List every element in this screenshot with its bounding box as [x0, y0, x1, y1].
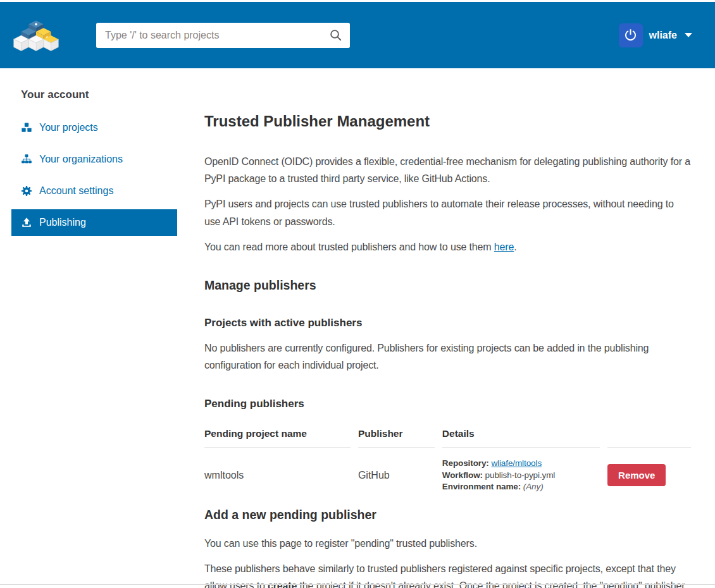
- table-header-row: Pending project name Publisher Details: [204, 420, 691, 448]
- avatar: [619, 23, 643, 47]
- read-more-text: You can read more about trusted publishe…: [204, 242, 494, 252]
- manage-publishers-heading: Manage publishers: [204, 278, 691, 293]
- sidebar-item-label: Your organizations: [39, 154, 123, 165]
- sidebar: Your account Your projects: [0, 68, 177, 241]
- search-button[interactable]: [322, 24, 349, 47]
- upload-icon: [21, 217, 32, 228]
- cell-actions: Remove: [607, 448, 691, 499]
- remove-button[interactable]: Remove: [607, 464, 666, 486]
- intro-paragraph-1: OpenID Connect (OIDC) provides a flexibl…: [204, 153, 691, 187]
- detail-environment: Environment name: (Any): [442, 481, 600, 493]
- cubes-icon: [21, 122, 32, 133]
- column-header-details: Details: [442, 420, 600, 448]
- sidebar-item-your-projects[interactable]: Your projects: [11, 114, 177, 141]
- pending-publishers-heading: Pending publishers: [204, 398, 691, 410]
- detail-workflow: Workflow: publish-to-pypi.yml: [442, 470, 600, 481]
- gear-icon: [21, 185, 32, 197]
- sidebar-nav: Your projects: [11, 114, 177, 236]
- sidebar-item-label: Account settings: [39, 185, 113, 197]
- column-header-project: Pending project name: [204, 420, 351, 448]
- sidebar-item-publishing[interactable]: Publishing: [11, 209, 177, 236]
- active-publishers-empty-text: No publishers are currently configured. …: [204, 340, 691, 374]
- workflow-label: Workflow:: [442, 470, 483, 480]
- repository-link[interactable]: wliafe/mltools: [491, 458, 542, 468]
- detail-repository: Repository: wliafe/mltools: [442, 458, 600, 469]
- read-more-paragraph: You can read more about trusted publishe…: [204, 238, 691, 255]
- pending-publishers-table: Pending project name Publisher Details w…: [197, 420, 699, 499]
- sidebar-item-account-settings[interactable]: Account settings: [11, 178, 177, 204]
- table-row: wmltools GitHub Repository: wliafe/mltoo…: [204, 448, 691, 499]
- search-icon: [329, 28, 342, 42]
- sitemap-icon: [21, 154, 32, 165]
- username-label: wliafe: [649, 30, 677, 41]
- column-header-publisher: Publisher: [358, 420, 435, 448]
- search-form: [96, 23, 350, 48]
- environment-label: Environment name:: [442, 482, 521, 491]
- user-menu[interactable]: wliafe: [619, 23, 692, 47]
- pypi-logo-cubes: [13, 18, 59, 53]
- page-title: Trusted Publisher Management: [204, 113, 691, 130]
- add-pending-publisher-heading: Add a new pending publisher: [204, 508, 691, 522]
- add-publisher-paragraph-1: You can use this page to register "pendi…: [204, 535, 691, 552]
- search-input[interactable]: [96, 23, 350, 48]
- column-header-actions: [607, 420, 691, 448]
- cell-project-name: wmltools: [204, 448, 351, 499]
- cell-publisher: GitHub: [358, 448, 435, 499]
- sidebar-item-label: Publishing: [39, 217, 86, 228]
- read-more-link[interactable]: here: [494, 242, 514, 252]
- main-content: Trusted Publisher Management OpenID Conn…: [177, 68, 715, 588]
- repository-label: Repository:: [442, 458, 489, 468]
- pypi-publishing-page: wliafe Your account Your projects: [0, 0, 715, 588]
- chevron-down-icon: [685, 33, 692, 37]
- sidebar-item-your-organizations[interactable]: Your organizations: [11, 146, 177, 173]
- environment-value: (Any): [523, 482, 544, 491]
- intro-paragraph-2: PyPI users and projects can use trusted …: [204, 195, 691, 230]
- sidebar-heading: Your account: [21, 89, 177, 101]
- pypi-logo[interactable]: [13, 18, 59, 53]
- power-icon: [624, 28, 637, 42]
- workflow-value: publish-to-pypi.yml: [485, 470, 556, 480]
- bottom-divider: [0, 584, 715, 585]
- read-more-suffix: .: [514, 242, 516, 252]
- cell-details: Repository: wliafe/mltools Workflow: pub…: [442, 448, 600, 499]
- sidebar-item-label: Your projects: [39, 122, 98, 133]
- active-publishers-heading: Projects with active publishers: [204, 317, 691, 329]
- site-header: wliafe: [0, 2, 715, 68]
